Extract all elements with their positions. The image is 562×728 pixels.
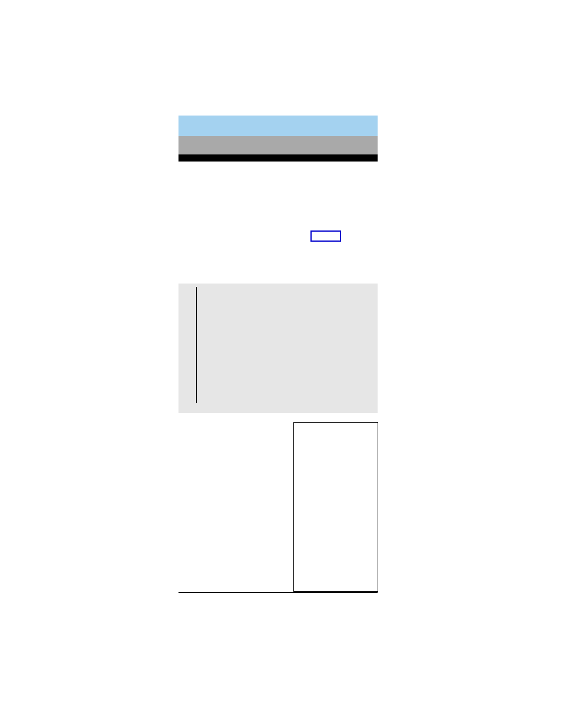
header-band-blue (178, 116, 378, 136)
document-page (0, 0, 562, 728)
header-band-gray (178, 136, 378, 154)
header-band-black (178, 154, 378, 162)
figure-placeholder-box (293, 422, 378, 592)
note-panel-vrule (196, 287, 197, 403)
cross-reference-link[interactable] (310, 230, 341, 242)
horizontal-rule (178, 592, 378, 593)
note-panel (178, 284, 378, 413)
